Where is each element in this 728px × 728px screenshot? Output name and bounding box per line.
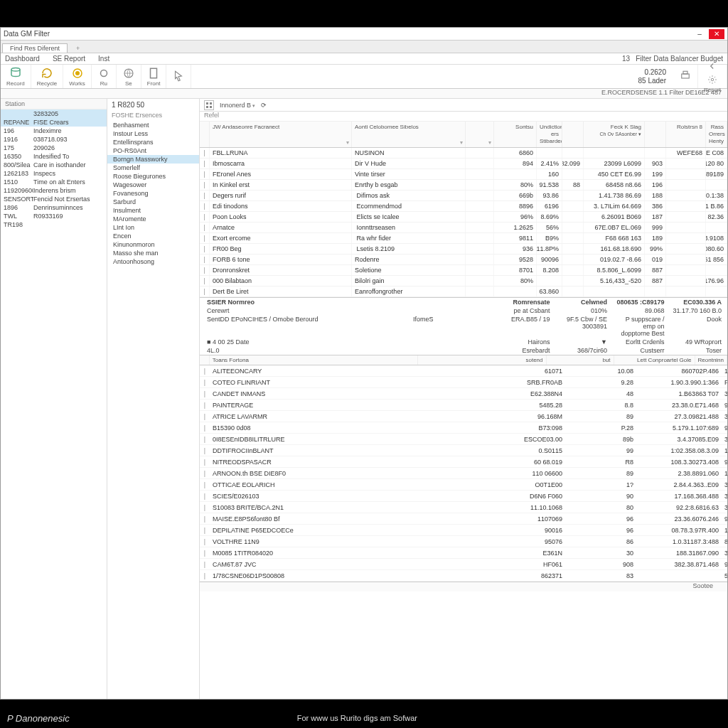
table-row[interactable]: |S10083 BRITE/BCA.2N111.10.10688092.2:8.…	[200, 502, 727, 513]
new-tab-button[interactable]: +	[69, 44, 87, 53]
document-tab[interactable]: Find Res Diferent	[2, 43, 68, 53]
nav-row[interactable]: 1896Denrinsuminnces	[1, 203, 107, 212]
table-row[interactable]: |VOLTHRE 11N995076861.0.31187.3:48889560	[200, 536, 727, 547]
summary-row: ■ 4 00 25 DateHairons▼Eorltt Crdenls49 W…	[200, 338, 727, 346]
main-toolbar: Innonerd B ⟳	[200, 99, 727, 112]
table-row[interactable]: |PAINTERAGE5485.288.823.38.0.E71.46892.4…	[200, 400, 727, 411]
tree-item[interactable]: Somerlelf	[107, 164, 199, 172]
table-row[interactable]: |M0085 1TITR084020E361N30188.31867.0903.…	[200, 547, 727, 559]
table-row[interactable]: |ALITEEONCARY6107110.08860702P.4861113.7…	[200, 365, 727, 377]
tree-item[interactable]: Entellinsprans	[107, 138, 199, 146]
tree-item[interactable]: Fovanesong	[107, 189, 199, 198]
table-row[interactable]: |Dert Be LiretEanroffongrother63.860	[200, 287, 727, 297]
ribbon-works[interactable]: Works	[63, 65, 92, 88]
tree-item[interactable]: Insulment	[107, 206, 199, 215]
tree-item[interactable]: Borngn Massworky	[107, 155, 199, 164]
main-tab-label[interactable]: Innonerd B	[220, 102, 255, 109]
tree-item[interactable]: Benhasment	[107, 121, 199, 129]
nav-row[interactable]: SENSORTDFencid Not Ersertas	[1, 195, 107, 203]
table-row[interactable]: |CANDET INMANSE62.388N4481.B63863 T073.1…	[200, 388, 727, 400]
refresh-small-icon[interactable]: ⟳	[261, 102, 267, 109]
table-row[interactable]: |Arnatce Ionnttrseasen1.262556%67E.0B7 E…	[200, 223, 727, 233]
nav-row[interactable]: 196Indeximre	[1, 127, 107, 135]
tree-item[interactable]: Encen	[107, 232, 199, 240]
ribbon-counter: 0.2620 85 Lader	[631, 68, 673, 85]
tree-item[interactable]: Antoonhosong	[107, 257, 199, 266]
table-row[interactable]: |MAISE.E8PS6font80 Bf11070699623.36.6076…	[200, 513, 727, 525]
minimize-button[interactable]: –	[692, 29, 707, 39]
table-row[interactable]: |0I8ESEnIDB8ILITRLUREESCOE03.0089b3.4.37…	[200, 434, 727, 445]
ribbon-record[interactable]: Record	[1, 65, 31, 88]
table-row[interactable]: |FR00 Beg Lsetis 8.210993611.8P%161.68.1…	[200, 244, 727, 255]
table-row[interactable]: |1/78CSNE06D1PS008088623718358.030012 H	[200, 570, 727, 582]
table-row[interactable]: |DronronskretSoletione87018.2088.5.806_L…	[200, 265, 727, 276]
tree-item[interactable]: Masso she man	[107, 249, 199, 257]
table-row[interactable]: |COTEO FLINRIANTSRB.FR0AB9.281.90.3.990.…	[200, 377, 727, 388]
ribbon-se[interactable]: Se	[117, 65, 141, 88]
tree-item[interactable]: MAromente	[107, 215, 199, 223]
nav-row[interactable]: 1510Time on alt Enters	[1, 178, 107, 186]
table-row[interactable]: |NITREODSPASACR60 68.019R8108.3.30273.40…	[200, 456, 727, 468]
summary-row: SSIER NormreoRomrensateCelwned080635 :C8…	[200, 298, 727, 306]
tree-item[interactable]: Kinunonmoron	[107, 240, 199, 249]
tree-item[interactable]: PO-RS0Ant	[107, 146, 199, 155]
table-row[interactable]: |ARNOON.th BSE DIE8F0110 06600892.38.889…	[200, 468, 727, 479]
table-row[interactable]: |IbmoscarraDir V Hude8942.41%782.0992309…	[200, 159, 727, 169]
grid-body[interactable]: |FBL.LRUNANUSINON6860WEFE68H8078.606 BSE…	[200, 148, 727, 297]
table-row[interactable]: |CAM6T.87 JVCHF061908382.38.871.46898091…	[200, 559, 727, 570]
nav-row[interactable]: 119209600Inderens brism	[1, 186, 107, 195]
tree-item[interactable]: Wagesower	[107, 181, 199, 189]
table-row[interactable]: |ATRICE LAVARMR96.168M8927.3.09821.48831…	[200, 411, 727, 422]
print-icon	[679, 70, 692, 82]
tree-item[interactable]: Roose Biegurones	[107, 172, 199, 181]
col-sontsu[interactable]: Sontsu	[494, 122, 537, 147]
nav-row[interactable]: 1916038718.093	[1, 135, 107, 144]
nav-row[interactable]: 800/SileaCare in isothander	[1, 161, 107, 169]
tree-item[interactable]: Sarburd	[107, 198, 199, 206]
left-nav: Station 3283205REPANEFISE Crears196Index…	[1, 99, 107, 699]
nav-row[interactable]: TWLR0933169	[1, 212, 107, 220]
ribbon-recycle[interactable]: Recycle	[31, 65, 63, 88]
table-row[interactable]: |Edi tinodons Ecornmendmod889661963. L7I…	[200, 201, 727, 212]
grid-icon[interactable]	[204, 100, 214, 110]
grid2-body[interactable]: |ALITEEONCARY6107110.08860702P.4861113.7…	[200, 365, 727, 582]
table-row[interactable]: |FORB 6 toneRodenre952890096019.02.7 -8.…	[200, 255, 727, 265]
menu-dashboard[interactable]: Dashboard	[5, 55, 40, 63]
rotate-icon	[41, 67, 53, 80]
table-row[interactable]: |OTTICAE EOLARICHO0T1E001?2.84.4.363..E0…	[200, 479, 727, 491]
table-row[interactable]: |FBL.LRUNANUSINON6860WEFE68H8078.606 BSE…	[200, 148, 727, 159]
table-row[interactable]: |FEronel AnesVinte tirser160450 CET E6.9…	[200, 169, 727, 180]
nav-row[interactable]: TR198	[1, 220, 107, 229]
globe-icon	[122, 67, 135, 80]
table-row[interactable]: |Exort ercome Ra whr fider9811B9%F68 668…	[200, 233, 727, 244]
col-undict[interactable]: Undictionel ers Stibarded	[537, 122, 562, 147]
col-feck[interactable]: Feck K SlagCh Ov SAsonber ▾	[584, 122, 645, 147]
ribbon-print[interactable]	[673, 65, 698, 88]
tree-item[interactable]: LInt Ion	[107, 223, 199, 232]
table-row[interactable]: |DDTIFROCIInBLANT0.S0115991:02.358.08.3.…	[200, 445, 727, 456]
col-rass[interactable]: Rass Orrers Mod Henty	[706, 122, 727, 147]
table-row[interactable]: |Degers rurif Difimos ask669b93.861.41.7…	[200, 191, 727, 201]
tree-item[interactable]: Instour Less	[107, 129, 199, 138]
col-celobomee[interactable]: Aonti Celobomee Sibelos▾	[352, 122, 466, 147]
ribbon-actions[interactable]: Report	[698, 65, 727, 88]
close-button[interactable]: ✕	[709, 29, 724, 39]
nav-row[interactable]: 3283205	[1, 109, 107, 118]
col-rolstrsn[interactable]: Rolstrsn 8	[666, 122, 706, 147]
table-row[interactable]: |DEPILATINE P65EDCOECe900169608.78.3.97R…	[200, 525, 727, 536]
col-blank[interactable]: ▾	[466, 122, 494, 147]
col-andaseonre[interactable]: JW Andaseonre Facranect▾	[210, 122, 352, 147]
nav-row[interactable]: REPANEFISE Crears	[1, 118, 107, 127]
table-row[interactable]: |SCIES/E026103D6N6 F0609017.168.368.4883…	[200, 491, 727, 502]
menu-report[interactable]: SE Report	[53, 55, 85, 63]
nav-row[interactable]: 175209026	[1, 144, 107, 152]
table-row[interactable]: |Poon Looks Elicts se Icalee96%8.69%6.26…	[200, 212, 727, 223]
table-row[interactable]: |000 BilabtaonBilolri gain80%5.16,433_-5…	[200, 276, 727, 287]
nav-row[interactable]: 16350Indesified To	[1, 152, 107, 161]
ribbon-front[interactable]: Front	[141, 65, 167, 88]
nav-row[interactable]: 1262183Inspecs	[1, 169, 107, 178]
menu-inst[interactable]: Inst	[98, 55, 109, 63]
ribbon-ru[interactable]: Ru	[92, 65, 117, 88]
table-row[interactable]: |In Kinkel erstEnrthy b esgab80%91.53888…	[200, 180, 727, 191]
table-row[interactable]: |B15390 0d08B73:098P.285.179.1.107:68995…	[200, 422, 727, 434]
